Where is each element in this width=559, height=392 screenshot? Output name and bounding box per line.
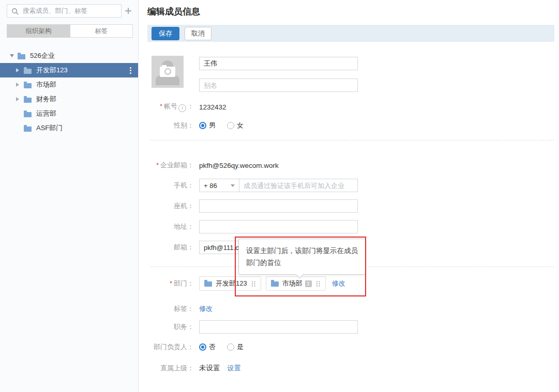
tab-org-structure[interactable]: 组织架构: [7, 24, 70, 38]
search-box[interactable]: [7, 4, 122, 18]
position-input[interactable]: [199, 320, 358, 334]
section-divider: [150, 140, 554, 140]
tree-item-dev-dept[interactable]: 开发部123: [0, 63, 138, 77]
dept-leader-row: 部门负责人： 否 是: [147, 342, 559, 352]
tree-item-market-dept[interactable]: 市场部: [0, 77, 138, 92]
save-button[interactable]: 保存: [152, 27, 179, 40]
dropdown-arrow-icon: [231, 184, 235, 187]
tree-item-label: ASF部门: [36, 123, 63, 133]
position-row: 职务：: [147, 320, 559, 334]
info-icon[interactable]: i: [178, 104, 186, 112]
gender-male-radio[interactable]: [199, 122, 206, 129]
department-row: *部门： 开发部123 市场部 主 修改: [147, 276, 559, 291]
address-input[interactable]: [199, 220, 358, 233]
corp-email-label: *企业邮箱：: [147, 161, 194, 170]
tree-item-company[interactable]: 526企业: [0, 49, 138, 63]
org-sidebar: + 组织架构 标签 526企业 开发部123 市场部: [0, 0, 139, 392]
tags-modify-link[interactable]: 修改: [199, 304, 213, 313]
corp-email-row: *企业邮箱： pkfh@526qy.wecom.work: [147, 161, 559, 170]
gender-label: 性别：: [147, 121, 194, 130]
landline-row: 座机：: [147, 199, 559, 213]
tree-item-label: 526企业: [30, 51, 55, 60]
camera-icon: [160, 67, 175, 77]
account-value: 1232432: [199, 103, 226, 111]
chevron-down-icon[interactable]: [10, 54, 18, 57]
add-button[interactable]: +: [122, 4, 135, 18]
leader-yes-label: 是: [237, 342, 244, 352]
leader-no-radio[interactable]: [199, 343, 206, 351]
member-form: *帐号i： 1232432 性别： 男 女: [139, 56, 559, 373]
tab-labels[interactable]: 标签: [70, 24, 133, 38]
landline-input[interactable]: [199, 199, 358, 213]
folder-icon: [24, 98, 32, 103]
tags-label: 标签：: [147, 304, 194, 313]
address-label: 地址：: [147, 222, 194, 231]
gender-row: 性别： 男 女: [147, 121, 559, 130]
folder-icon: [24, 112, 32, 117]
name-input[interactable]: [199, 57, 358, 70]
tree-item-label: 财务部: [36, 95, 56, 104]
search-row: +: [7, 4, 135, 18]
country-code-select[interactable]: + 86: [199, 179, 239, 192]
supervisor-value: 未设置: [199, 364, 220, 373]
supervisor-set-link[interactable]: 设置: [228, 364, 241, 373]
tree-item-operations-dept[interactable]: 运营部: [0, 106, 138, 121]
tooltip-text: 设置主部门后，该部门将显示在成员部门的首位: [246, 247, 358, 266]
address-row: 地址：: [147, 220, 559, 233]
department-modify-link[interactable]: 修改: [332, 279, 345, 288]
name-fields: [199, 56, 358, 92]
supervisor-label: 直属上级：: [147, 364, 194, 373]
required-mark: *: [170, 279, 172, 287]
primary-dept-tooltip: 设置主部门后，该部门将显示在成员部门的首位: [238, 239, 366, 275]
folder-icon: [204, 281, 212, 287]
folder-icon: [24, 127, 32, 132]
supervisor-row: 直属上级： 未设置 设置: [147, 364, 559, 373]
folder-icon: [271, 281, 279, 287]
chevron-right-icon[interactable]: [16, 68, 24, 72]
folder-icon: [24, 69, 32, 74]
page-title: 编辑成员信息: [147, 6, 559, 18]
org-tree: 526企业 开发部123 市场部 财务部 运营部: [0, 49, 138, 135]
tree-item-label: 开发部123: [36, 66, 68, 75]
gender-male-label: 男: [209, 121, 216, 130]
folder-icon: [24, 83, 32, 88]
tree-item-label: 运营部: [36, 109, 56, 118]
drag-handle-icon[interactable]: [316, 280, 321, 287]
app-window: + 组织架构 标签 526企业 开发部123 市场部: [0, 0, 559, 392]
folder-icon: [18, 54, 25, 59]
department-chip-dev[interactable]: 开发部123: [199, 276, 261, 291]
more-options-icon[interactable]: [130, 67, 131, 69]
department-chip-market[interactable]: 市场部 主: [266, 276, 326, 291]
email-label: 邮箱：: [147, 243, 194, 252]
tree-item-finance-dept[interactable]: 财务部: [0, 92, 138, 106]
avatar-row: [152, 56, 559, 92]
search-icon: [11, 8, 19, 15]
alias-input[interactable]: [199, 79, 358, 92]
corp-email-value: pkfh@526qy.wecom.work: [199, 162, 279, 169]
tree-item-asf-dept[interactable]: ASF部门: [0, 121, 138, 135]
leader-yes-radio[interactable]: [227, 343, 234, 351]
chevron-right-icon[interactable]: [16, 83, 24, 87]
account-row: *帐号i： 1232432: [147, 102, 559, 112]
leader-no-label: 否: [209, 342, 216, 352]
department-label: *部门：: [147, 279, 194, 288]
tags-row: 标签： 修改: [147, 304, 559, 313]
avatar-upload[interactable]: [152, 56, 184, 88]
toolbar: 保存 取消: [147, 25, 554, 42]
gender-female-radio[interactable]: [227, 122, 234, 129]
position-label: 职务：: [147, 322, 194, 332]
required-mark: *: [160, 102, 162, 110]
dept-leader-label: 部门负责人：: [147, 342, 194, 352]
mobile-label: 手机：: [147, 181, 194, 190]
main-panel: 编辑成员信息 保存 取消 *帐号i：: [139, 0, 559, 392]
drag-handle-icon[interactable]: [252, 280, 256, 287]
sidebar-tabs: 组织架构 标签: [7, 24, 133, 38]
search-input[interactable]: [22, 7, 112, 15]
account-label: *帐号i：: [147, 102, 194, 112]
chevron-right-icon[interactable]: [16, 97, 24, 101]
landline-label: 座机：: [147, 201, 194, 211]
cancel-button[interactable]: 取消: [185, 27, 211, 40]
mobile-row: 手机： + 86: [147, 179, 559, 192]
mobile-input[interactable]: [239, 179, 358, 192]
gender-female-label: 女: [237, 121, 244, 130]
